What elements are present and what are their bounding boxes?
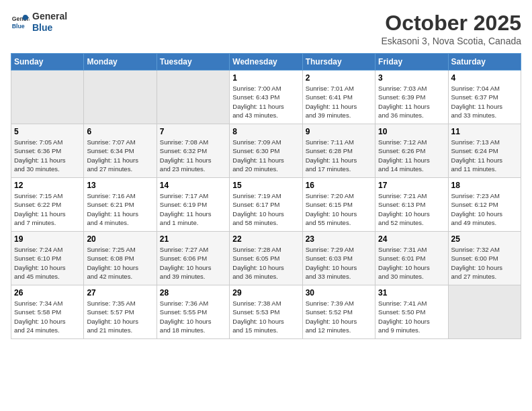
calendar-cell: 30Sunrise: 7:39 AMSunset: 5:52 PMDayligh… bbox=[302, 285, 375, 339]
day-number: 29 bbox=[232, 288, 299, 298]
calendar-cell: 4Sunrise: 7:04 AMSunset: 6:37 PMDaylight… bbox=[448, 71, 521, 124]
calendar-cell bbox=[448, 285, 521, 339]
day-number: 10 bbox=[378, 127, 445, 136]
calendar-week-row: 12Sunrise: 7:15 AMSunset: 6:22 PMDayligh… bbox=[11, 178, 521, 232]
day-info: Sunrise: 7:12 AMSunset: 6:26 PMDaylight:… bbox=[378, 138, 445, 173]
calendar-cell: 17Sunrise: 7:21 AMSunset: 6:13 PMDayligh… bbox=[375, 178, 448, 232]
day-info: Sunrise: 7:03 AMSunset: 6:39 PMDaylight:… bbox=[378, 84, 445, 120]
day-info: Sunrise: 7:19 AMSunset: 6:17 PMDaylight:… bbox=[232, 191, 299, 227]
col-header-wednesday: Wednesday bbox=[230, 54, 302, 71]
logo-text-blue: Blue bbox=[32, 22, 67, 34]
calendar-cell: 11Sunrise: 7:13 AMSunset: 6:24 PMDayligh… bbox=[448, 124, 521, 178]
day-number: 7 bbox=[160, 127, 226, 136]
location-subtitle: Eskasoni 3, Nova Scotia, Canada bbox=[381, 36, 521, 46]
day-number: 3 bbox=[378, 73, 445, 83]
day-number: 4 bbox=[451, 73, 518, 83]
calendar-cell: 8Sunrise: 7:09 AMSunset: 6:30 PMDaylight… bbox=[230, 124, 302, 178]
calendar-week-row: 26Sunrise: 7:34 AMSunset: 5:58 PMDayligh… bbox=[11, 285, 521, 339]
header: General Blue General Blue October 2025 E… bbox=[11, 11, 521, 46]
calendar-cell: 20Sunrise: 7:25 AMSunset: 6:08 PMDayligh… bbox=[84, 232, 157, 285]
calendar-cell: 26Sunrise: 7:34 AMSunset: 5:58 PMDayligh… bbox=[11, 285, 84, 339]
day-number: 24 bbox=[378, 234, 445, 244]
calendar-cell: 23Sunrise: 7:29 AMSunset: 6:03 PMDayligh… bbox=[302, 232, 375, 285]
day-number: 19 bbox=[14, 234, 81, 244]
calendar-cell: 14Sunrise: 7:17 AMSunset: 6:19 PMDayligh… bbox=[157, 178, 229, 232]
calendar-cell: 12Sunrise: 7:15 AMSunset: 6:22 PMDayligh… bbox=[11, 178, 84, 232]
calendar-cell bbox=[84, 71, 157, 124]
day-info: Sunrise: 7:16 AMSunset: 6:21 PMDaylight:… bbox=[87, 191, 153, 227]
day-info: Sunrise: 7:31 AMSunset: 6:01 PMDaylight:… bbox=[378, 245, 445, 281]
calendar-week-row: 1Sunrise: 7:00 AMSunset: 6:43 PMDaylight… bbox=[11, 71, 521, 124]
calendar-cell: 22Sunrise: 7:28 AMSunset: 6:05 PMDayligh… bbox=[230, 232, 302, 285]
calendar-week-row: 5Sunrise: 7:05 AMSunset: 6:36 PMDaylight… bbox=[11, 124, 521, 178]
day-info: Sunrise: 7:24 AMSunset: 6:10 PMDaylight:… bbox=[14, 245, 81, 281]
col-header-monday: Monday bbox=[84, 54, 157, 71]
day-info: Sunrise: 7:15 AMSunset: 6:22 PMDaylight:… bbox=[14, 191, 81, 227]
logo-text-general: General bbox=[32, 11, 67, 22]
calendar-cell: 3Sunrise: 7:03 AMSunset: 6:39 PMDaylight… bbox=[375, 71, 448, 124]
day-number: 8 bbox=[232, 127, 299, 136]
calendar-cell: 10Sunrise: 7:12 AMSunset: 6:26 PMDayligh… bbox=[375, 124, 448, 178]
day-info: Sunrise: 7:01 AMSunset: 6:41 PMDaylight:… bbox=[306, 84, 372, 120]
calendar-cell: 2Sunrise: 7:01 AMSunset: 6:41 PMDaylight… bbox=[302, 71, 375, 124]
svg-text:Blue: Blue bbox=[12, 23, 25, 30]
calendar-cell bbox=[157, 71, 229, 124]
calendar-cell: 7Sunrise: 7:08 AMSunset: 6:32 PMDaylight… bbox=[157, 124, 229, 178]
day-number: 26 bbox=[14, 288, 81, 298]
day-info: Sunrise: 7:08 AMSunset: 6:32 PMDaylight:… bbox=[160, 138, 226, 173]
calendar-cell: 13Sunrise: 7:16 AMSunset: 6:21 PMDayligh… bbox=[84, 178, 157, 232]
day-number: 9 bbox=[306, 127, 372, 136]
calendar-cell: 19Sunrise: 7:24 AMSunset: 6:10 PMDayligh… bbox=[11, 232, 84, 285]
calendar-cell: 28Sunrise: 7:36 AMSunset: 5:55 PMDayligh… bbox=[157, 285, 229, 339]
day-number: 27 bbox=[87, 288, 153, 298]
day-info: Sunrise: 7:34 AMSunset: 5:58 PMDaylight:… bbox=[14, 299, 81, 334]
day-info: Sunrise: 7:13 AMSunset: 6:24 PMDaylight:… bbox=[451, 138, 518, 173]
calendar-cell: 15Sunrise: 7:19 AMSunset: 6:17 PMDayligh… bbox=[230, 178, 302, 232]
day-info: Sunrise: 7:09 AMSunset: 6:30 PMDaylight:… bbox=[232, 138, 299, 173]
day-number: 16 bbox=[306, 181, 372, 190]
logo-icon: General Blue bbox=[11, 13, 30, 32]
day-number: 21 bbox=[160, 234, 226, 244]
calendar-table: SundayMondayTuesdayWednesdayThursdayFrid… bbox=[11, 53, 521, 339]
day-info: Sunrise: 7:20 AMSunset: 6:15 PMDaylight:… bbox=[306, 191, 372, 227]
day-info: Sunrise: 7:17 AMSunset: 6:19 PMDaylight:… bbox=[160, 191, 226, 227]
day-info: Sunrise: 7:32 AMSunset: 6:00 PMDaylight:… bbox=[451, 245, 518, 281]
logo: General Blue General Blue bbox=[11, 11, 67, 34]
day-info: Sunrise: 7:27 AMSunset: 6:06 PMDaylight:… bbox=[160, 245, 226, 281]
calendar-cell: 27Sunrise: 7:35 AMSunset: 5:57 PMDayligh… bbox=[84, 285, 157, 339]
month-title: October 2025 bbox=[381, 11, 521, 36]
day-number: 17 bbox=[378, 181, 445, 190]
day-number: 14 bbox=[160, 181, 226, 190]
day-number: 5 bbox=[14, 127, 81, 136]
col-header-friday: Friday bbox=[375, 54, 448, 71]
day-info: Sunrise: 7:04 AMSunset: 6:37 PMDaylight:… bbox=[451, 84, 518, 120]
day-number: 23 bbox=[306, 234, 372, 244]
calendar-cell: 9Sunrise: 7:11 AMSunset: 6:28 PMDaylight… bbox=[302, 124, 375, 178]
day-info: Sunrise: 7:39 AMSunset: 5:52 PMDaylight:… bbox=[306, 299, 372, 334]
calendar-cell: 21Sunrise: 7:27 AMSunset: 6:06 PMDayligh… bbox=[157, 232, 229, 285]
day-number: 12 bbox=[14, 181, 81, 190]
day-info: Sunrise: 7:11 AMSunset: 6:28 PMDaylight:… bbox=[306, 138, 372, 173]
day-info: Sunrise: 7:29 AMSunset: 6:03 PMDaylight:… bbox=[306, 245, 372, 281]
col-header-thursday: Thursday bbox=[302, 54, 375, 71]
day-info: Sunrise: 7:21 AMSunset: 6:13 PMDaylight:… bbox=[378, 191, 445, 227]
day-info: Sunrise: 7:36 AMSunset: 5:55 PMDaylight:… bbox=[160, 299, 226, 334]
day-number: 11 bbox=[451, 127, 518, 136]
day-number: 30 bbox=[306, 288, 372, 298]
calendar-week-row: 19Sunrise: 7:24 AMSunset: 6:10 PMDayligh… bbox=[11, 232, 521, 285]
day-info: Sunrise: 7:00 AMSunset: 6:43 PMDaylight:… bbox=[232, 84, 299, 120]
day-info: Sunrise: 7:05 AMSunset: 6:36 PMDaylight:… bbox=[14, 138, 81, 173]
calendar-cell: 16Sunrise: 7:20 AMSunset: 6:15 PMDayligh… bbox=[302, 178, 375, 232]
day-number: 2 bbox=[306, 73, 372, 83]
title-area: October 2025 Eskasoni 3, Nova Scotia, Ca… bbox=[381, 11, 521, 46]
day-number: 18 bbox=[451, 181, 518, 190]
calendar-cell: 6Sunrise: 7:07 AMSunset: 6:34 PMDaylight… bbox=[84, 124, 157, 178]
calendar-cell bbox=[11, 71, 84, 124]
day-info: Sunrise: 7:28 AMSunset: 6:05 PMDaylight:… bbox=[232, 245, 299, 281]
calendar-cell: 31Sunrise: 7:41 AMSunset: 5:50 PMDayligh… bbox=[375, 285, 448, 339]
day-info: Sunrise: 7:38 AMSunset: 5:53 PMDaylight:… bbox=[232, 299, 299, 334]
day-info: Sunrise: 7:25 AMSunset: 6:08 PMDaylight:… bbox=[87, 245, 153, 281]
calendar-cell: 24Sunrise: 7:31 AMSunset: 6:01 PMDayligh… bbox=[375, 232, 448, 285]
col-header-sunday: Sunday bbox=[11, 54, 84, 71]
calendar-cell: 18Sunrise: 7:23 AMSunset: 6:12 PMDayligh… bbox=[448, 178, 521, 232]
